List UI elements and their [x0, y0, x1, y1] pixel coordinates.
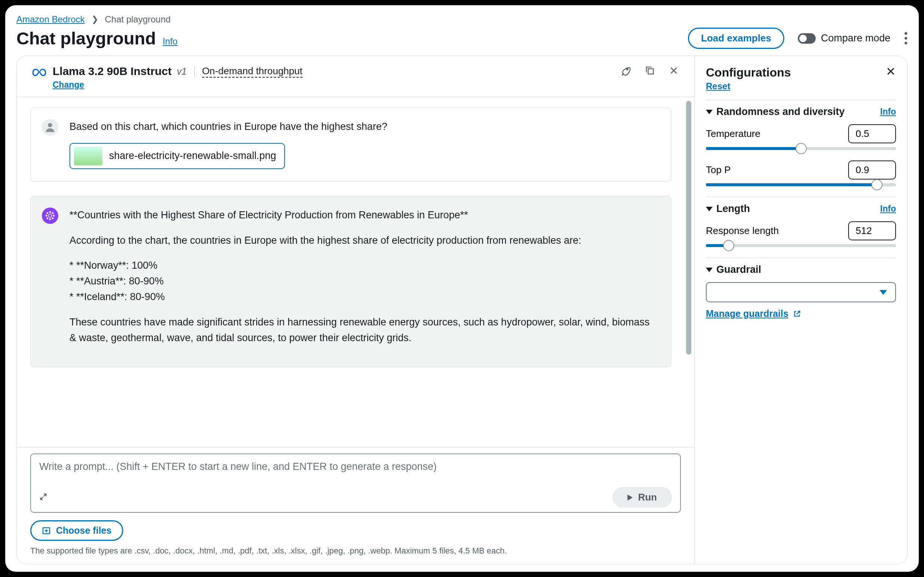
- response-length-slider[interactable]: [706, 244, 896, 247]
- compare-mode-label: Compare mode: [821, 32, 890, 44]
- run-button[interactable]: Run: [612, 487, 672, 508]
- meta-logo-icon: [32, 65, 47, 80]
- scrollbar[interactable]: [686, 101, 691, 355]
- assistant-intro: According to the chart, the countries in…: [69, 233, 653, 248]
- section-title-randomness: Randomness and diversity: [716, 106, 845, 118]
- expand-icon[interactable]: [39, 493, 47, 502]
- svg-point-11: [47, 218, 48, 219]
- run-label: Run: [638, 492, 657, 503]
- svg-point-5: [49, 219, 50, 220]
- caret-down-icon: [706, 268, 712, 272]
- svg-point-4: [49, 211, 50, 212]
- choose-files-button[interactable]: Choose files: [30, 520, 123, 541]
- model-version: v1: [177, 66, 186, 77]
- assistant-heading: **Countries with the Highest Share of El…: [69, 208, 653, 223]
- response-length-input[interactable]: 512: [848, 221, 896, 240]
- svg-point-9: [52, 218, 53, 219]
- close-icon[interactable]: [668, 65, 679, 76]
- svg-point-2: [48, 123, 52, 127]
- model-name: Llama 3.2 90B Instruct: [53, 65, 171, 77]
- section-toggle-randomness[interactable]: Randomness and diversity: [706, 106, 845, 118]
- section-title-length: Length: [716, 203, 750, 214]
- caret-down-icon: [706, 110, 712, 114]
- caret-down-icon: [706, 207, 712, 211]
- select-caret-icon: [880, 290, 887, 295]
- assistant-avatar-icon: [42, 208, 58, 224]
- copy-icon[interactable]: [644, 65, 656, 76]
- vertical-divider: [194, 66, 195, 76]
- assistant-outro: These countries have made significant st…: [69, 314, 653, 346]
- section-toggle-length[interactable]: Length: [706, 203, 750, 214]
- prompt-input[interactable]: [39, 461, 672, 484]
- load-examples-button[interactable]: Load examples: [688, 27, 784, 49]
- randomness-info-link[interactable]: Info: [880, 107, 896, 117]
- breadcrumb: Amazon Bedrock ❯ Chat playground: [16, 14, 908, 25]
- assistant-bullet-3: **Iceland**: 80-90%: [69, 289, 653, 305]
- overflow-menu-button[interactable]: [904, 32, 908, 44]
- assistant-message: **Countries with the Highest Share of El…: [30, 196, 671, 367]
- throughput-label[interactable]: On-demand throughput: [202, 65, 302, 77]
- close-config-icon[interactable]: [885, 66, 896, 79]
- attachment-thumbnail: [74, 147, 102, 165]
- svg-point-6: [46, 215, 47, 216]
- top-p-input[interactable]: 0.9: [848, 161, 896, 179]
- length-info-link[interactable]: Info: [880, 204, 896, 214]
- choose-files-label: Choose files: [56, 525, 111, 536]
- svg-point-7: [53, 215, 54, 216]
- temperature-input[interactable]: 0.5: [848, 124, 896, 143]
- config-title: Configurations: [706, 66, 791, 79]
- section-title-guardrail: Guardrail: [716, 264, 761, 276]
- svg-rect-1: [648, 69, 653, 74]
- play-icon: [627, 495, 633, 501]
- top-p-label: Top P: [706, 164, 731, 176]
- section-toggle-guardrail[interactable]: Guardrail: [706, 264, 761, 276]
- response-length-label: Response length: [706, 225, 779, 237]
- svg-point-3: [48, 214, 52, 217]
- compare-mode-toggle[interactable]: [798, 33, 816, 44]
- user-message: Based on this chart, which countries in …: [30, 108, 671, 182]
- page-title: Chat playground: [16, 28, 156, 48]
- user-avatar-icon: [42, 119, 58, 135]
- temperature-label: Temperature: [706, 128, 761, 140]
- assistant-bullet-1: **Norway**: 100%: [69, 258, 653, 274]
- rocket-icon[interactable]: [620, 65, 632, 76]
- breadcrumb-current: Chat playground: [105, 14, 171, 25]
- page-info-link[interactable]: Info: [163, 36, 178, 47]
- guardrail-select[interactable]: [706, 282, 896, 302]
- breadcrumb-root[interactable]: Amazon Bedrock: [16, 14, 85, 25]
- manage-guardrails-label: Manage guardrails: [706, 308, 788, 319]
- temperature-slider[interactable]: [706, 147, 896, 150]
- change-model-link[interactable]: Change: [53, 80, 84, 90]
- attachment-chip[interactable]: share-electricity-renewable-small.png: [69, 143, 285, 169]
- reset-link[interactable]: Reset: [706, 81, 730, 92]
- assistant-bullets: **Norway**: 100% **Austria**: 80-90% **I…: [69, 258, 653, 305]
- prompt-box[interactable]: Run: [30, 453, 681, 513]
- external-link-icon: [793, 310, 801, 318]
- top-p-slider[interactable]: [706, 183, 896, 186]
- svg-point-10: [52, 212, 53, 213]
- chevron-right-icon: ❯: [92, 15, 98, 24]
- manage-guardrails-link[interactable]: Manage guardrails: [706, 308, 801, 319]
- attachment-filename: share-electricity-renewable-small.png: [109, 148, 276, 164]
- assistant-bullet-2: **Austria**: 80-90%: [69, 274, 653, 289]
- file-hint-text: The supported file types are .csv, .doc,…: [30, 546, 681, 556]
- svg-point-0: [627, 69, 628, 70]
- user-message-text: Based on this chart, which countries in …: [69, 121, 387, 132]
- svg-point-8: [47, 212, 48, 213]
